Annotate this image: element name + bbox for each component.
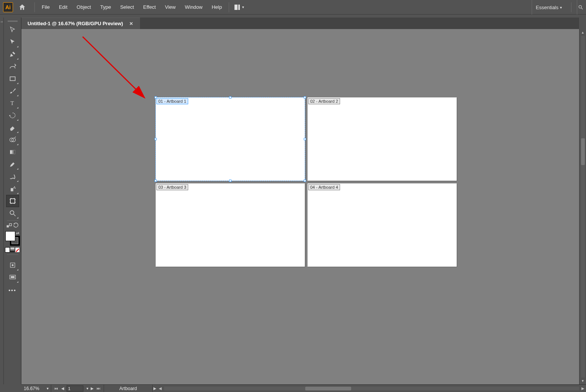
menu-effect[interactable]: Effect: [138, 0, 160, 15]
chevron-down-icon[interactable]: ▾: [86, 386, 88, 390]
horizontal-scrollbar[interactable]: ◀ ▶: [157, 386, 586, 390]
swap-icon: [6, 222, 13, 230]
symbol-sprayer-tool[interactable]: [6, 183, 19, 195]
artboard[interactable]: 02 - Artboard 2: [308, 97, 457, 181]
fill-stroke-control[interactable]: ⇄: [5, 231, 20, 246]
toolbar-collapse-handle[interactable]: ››: [0, 18, 4, 384]
scroll-thumb[interactable]: [581, 138, 585, 165]
screen-mode-icon: [9, 274, 16, 281]
canvas[interactable]: 01 - Artboard 102 - Artboard 203 - Artbo…: [21, 29, 579, 384]
color-mode-gradient[interactable]: [10, 247, 15, 253]
draw-mode-button[interactable]: [6, 259, 19, 271]
annotation-arrow: [79, 33, 151, 105]
direct-selection-tool[interactable]: [6, 36, 19, 48]
scroll-up-button[interactable]: ▲: [579, 29, 586, 36]
zoom-icon: [9, 209, 16, 217]
menu-file[interactable]: File: [37, 0, 54, 15]
brush-icon: [9, 87, 16, 95]
menu-type[interactable]: Type: [96, 0, 116, 15]
curvature-tool[interactable]: [6, 60, 19, 73]
scroll-down-button[interactable]: ▼: [579, 377, 586, 384]
artboard[interactable]: 04 - Artboard 4: [308, 183, 457, 267]
chevron-down-icon: ▾: [242, 5, 244, 9]
selection-handle[interactable]: [304, 138, 306, 140]
svg-rect-14: [7, 225, 9, 228]
color-mode-none[interactable]: [15, 247, 20, 253]
menu-edit[interactable]: Edit: [54, 0, 72, 15]
artboard[interactable]: 03 - Artboard 3: [156, 183, 305, 267]
gradient-icon: [9, 148, 16, 156]
artboard-label[interactable]: 02 - Artboard 2: [308, 98, 340, 104]
shape-builder-tool[interactable]: [6, 134, 19, 146]
eyedropper-tool[interactable]: [6, 158, 19, 170]
rotate-tool[interactable]: [6, 109, 19, 121]
artboard-label[interactable]: 03 - Artboard 3: [156, 184, 188, 190]
nav-first-button[interactable]: ⏮: [54, 386, 59, 390]
rectangle-tool[interactable]: [6, 73, 19, 85]
artboard-tool[interactable]: [6, 195, 19, 207]
scroll-right-button[interactable]: ▶: [580, 386, 586, 390]
nav-last-button[interactable]: ⏭: [96, 386, 101, 390]
selection-handle[interactable]: [304, 96, 306, 99]
home-icon: [18, 3, 26, 11]
menu-select[interactable]: Select: [116, 0, 138, 15]
artboard[interactable]: 01 - Artboard 1: [156, 97, 305, 181]
rotate-icon: [9, 112, 16, 119]
selection-handle[interactable]: [229, 96, 231, 99]
menu-view[interactable]: View: [160, 0, 180, 15]
home-button[interactable]: [17, 2, 28, 13]
type-tool[interactable]: T: [6, 97, 19, 109]
selection-tool[interactable]: [6, 24, 19, 36]
edit-toolbar-button[interactable]: •••: [8, 287, 16, 293]
paintbrush-tool[interactable]: [6, 85, 19, 97]
scroll-track[interactable]: [581, 36, 585, 377]
artboard-number-input[interactable]: [67, 386, 83, 392]
svg-line-13: [13, 214, 15, 216]
nav-next-button[interactable]: ▶: [90, 386, 94, 390]
cursor-outline-icon: [9, 38, 16, 46]
panel-grip[interactable]: [5, 19, 20, 23]
app-logo[interactable]: Ai: [3, 2, 13, 12]
selection-handle[interactable]: [155, 96, 157, 99]
pen-tool[interactable]: [6, 48, 19, 60]
fill-swatch[interactable]: [5, 231, 15, 241]
workspace-switcher[interactable]: Essentials ▾: [532, 0, 566, 15]
chevron-down-icon: ▾: [47, 386, 49, 390]
status-menu-button[interactable]: ▶: [153, 386, 157, 390]
selection-handle[interactable]: [155, 138, 157, 140]
artboard-label[interactable]: 01 - Artboard 1: [156, 98, 188, 104]
tool-panel-spacer: [4, 341, 21, 384]
artboard-label[interactable]: 04 - Artboard 4: [308, 184, 340, 190]
svg-point-12: [10, 211, 14, 214]
scroll-track[interactable]: [164, 387, 579, 390]
eraser-tool[interactable]: [6, 121, 19, 134]
pen-icon: [9, 50, 16, 58]
menu-help[interactable]: Help: [207, 0, 226, 15]
document-tab[interactable]: Untitled-1 @ 16.67% (RGB/GPU Preview) ✕: [21, 18, 140, 29]
blob-brush-tool[interactable]: [6, 170, 19, 183]
swap-arrow-icon[interactable]: ⇄: [16, 231, 19, 235]
selection-handle[interactable]: [229, 180, 231, 182]
selection-handle[interactable]: [304, 180, 306, 182]
scroll-left-button[interactable]: ◀: [157, 386, 163, 390]
swap-fillstroke-button[interactable]: [6, 222, 19, 230]
nav-prev-button[interactable]: ◀: [60, 386, 65, 390]
zoom-tool[interactable]: [6, 207, 19, 219]
color-mode-solid[interactable]: [5, 247, 10, 253]
menu-object[interactable]: Object: [72, 0, 96, 15]
close-tab-button[interactable]: ✕: [129, 20, 134, 27]
zoom-level[interactable]: 16.67% ▾: [21, 385, 51, 392]
symbol-sprayer-icon: [9, 185, 16, 193]
rectangle-icon: [9, 75, 16, 83]
menu-window[interactable]: Window: [180, 0, 207, 15]
menubar-divider: [571, 2, 571, 12]
arrange-documents-button[interactable]: ▾: [234, 3, 245, 11]
cursor-icon: [9, 26, 16, 34]
vertical-scrollbar[interactable]: ▲ ▼: [579, 29, 586, 384]
gradient-tool[interactable]: [6, 146, 19, 158]
selection-handle[interactable]: [155, 180, 157, 182]
status-tool-indicator[interactable]: Artboard: [104, 385, 153, 392]
scroll-thumb[interactable]: [305, 387, 351, 390]
search-button[interactable]: [577, 0, 584, 15]
screen-mode-button[interactable]: [6, 271, 19, 283]
